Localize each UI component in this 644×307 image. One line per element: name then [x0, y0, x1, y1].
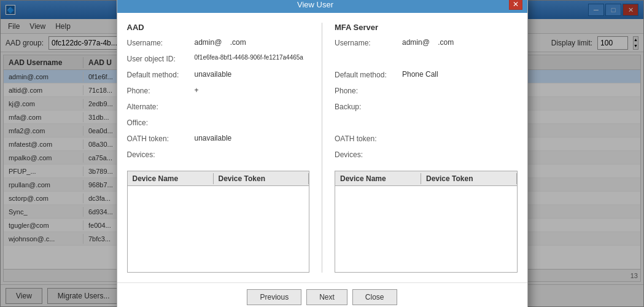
aad-phone-row: Phone: +	[127, 86, 310, 98]
mfa-phone-row: Phone:	[335, 86, 518, 98]
mfa-spacer2-row	[335, 118, 518, 130]
mfa-devices-header: Device Name Device Token	[335, 171, 517, 186]
mfa-username-row: Username: admin@ .com	[335, 38, 518, 50]
modal-body: AAD Username: admin@ .com User object ID…	[117, 13, 527, 282]
section-divider	[322, 23, 322, 273]
aad-oath-value: unavailable	[195, 134, 310, 142]
mfa-section: MFA Server Username: admin@ .com Default…	[335, 23, 518, 273]
aad-oath-label: OATH token:	[127, 134, 195, 143]
aad-devices-col-token: Device Token	[214, 173, 309, 184]
mfa-section-title: MFA Server	[335, 23, 518, 32]
mfa-backup-row: Backup:	[335, 102, 518, 114]
aad-object-id-value: 0f1e6fea-8bf1-4468-906f-fe1217a4465a	[195, 54, 310, 61]
mfa-phone-label: Phone:	[335, 86, 402, 95]
mfa-default-method-value: Phone Call	[402, 70, 518, 79]
aad-alternate-row: Alternate:	[127, 102, 310, 114]
aad-devices-table: Device Name Device Token	[127, 171, 310, 273]
modal-close-dialog-button[interactable]: Close	[352, 289, 397, 305]
aad-username-value: admin@ .com	[195, 38, 310, 47]
mfa-oath-row: OATH token:	[335, 134, 518, 146]
aad-devices-body[interactable]	[128, 186, 309, 272]
aad-default-method-label: Default method:	[127, 70, 195, 79]
aad-default-method-row: Default method: unavailable	[127, 70, 310, 82]
mfa-devices-table: Device Name Device Token	[335, 171, 518, 273]
main-window: 🔷 Multi-Factor Authentication Server Mig…	[0, 0, 644, 307]
aad-office-label: Office:	[127, 118, 195, 127]
next-button[interactable]: Next	[306, 289, 347, 305]
aad-office-row: Office:	[127, 118, 310, 130]
aad-devices-col-name: Device Name	[128, 173, 214, 184]
modal-close-button[interactable]: ✕	[509, 0, 522, 10]
aad-devices-label: Devices:	[127, 150, 195, 159]
aad-oath-row: OATH token: unavailable	[127, 134, 310, 146]
mfa-devices-body[interactable]	[335, 186, 517, 272]
aad-username-row: Username: admin@ .com	[127, 38, 310, 50]
mfa-username-value: admin@ .com	[402, 38, 518, 47]
view-user-modal: View User ✕ AAD Username: admin@ .com Us…	[117, 0, 528, 307]
mfa-devices-col-name: Device Name	[335, 173, 421, 184]
mfa-spacer-row	[335, 54, 518, 66]
aad-devices-label-row: Devices:	[127, 150, 310, 162]
aad-phone-value: +	[195, 86, 310, 95]
mfa-devices-col-token: Device Token	[421, 173, 517, 184]
mfa-devices-label-row: Devices:	[335, 150, 518, 162]
aad-object-id-label: User object ID:	[127, 54, 195, 63]
mfa-default-method-row: Default method: Phone Call	[335, 70, 518, 82]
aad-alternate-label: Alternate:	[127, 102, 195, 111]
previous-button[interactable]: Previous	[247, 289, 301, 305]
modal-title: View User	[122, 0, 509, 9]
aad-section: AAD Username: admin@ .com User object ID…	[127, 23, 310, 273]
aad-object-id-row: User object ID: 0f1e6fea-8bf1-4468-906f-…	[127, 54, 310, 66]
modal-title-bar: View User ✕	[117, 0, 527, 13]
aad-phone-label: Phone:	[127, 86, 195, 95]
mfa-oath-label: OATH token:	[335, 134, 402, 143]
modal-footer: Previous Next Close	[117, 282, 527, 307]
modal-overlay: View User ✕ AAD Username: admin@ .com Us…	[0, 0, 644, 307]
mfa-devices-label: Devices:	[335, 150, 402, 159]
mfa-username-label: Username:	[335, 38, 402, 47]
aad-default-method-value: unavailable	[195, 70, 310, 79]
aad-devices-header: Device Name Device Token	[128, 171, 309, 186]
aad-username-label: Username:	[127, 38, 195, 47]
mfa-backup-label: Backup:	[335, 102, 402, 111]
aad-section-title: AAD	[127, 23, 310, 32]
mfa-default-method-label: Default method:	[335, 70, 402, 79]
